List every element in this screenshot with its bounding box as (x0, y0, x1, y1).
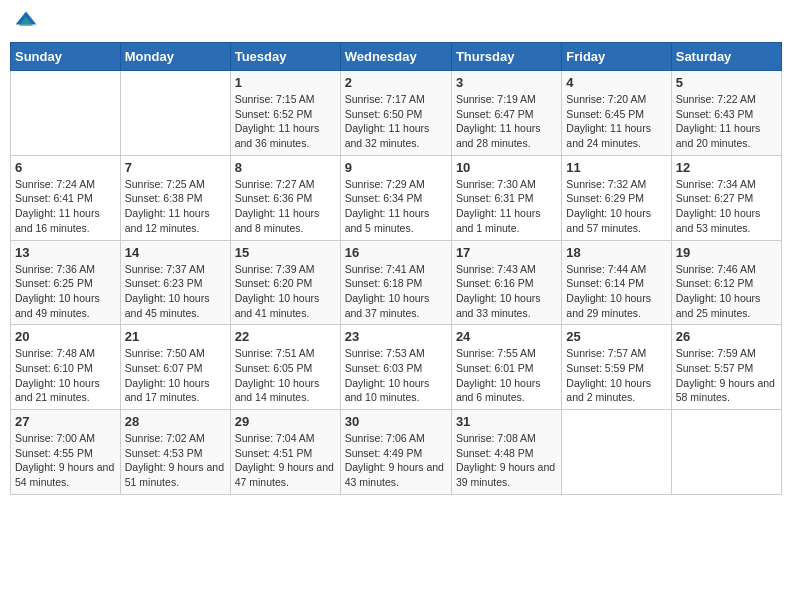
day-info: Sunrise: 7:34 AM Sunset: 6:27 PM Dayligh… (676, 177, 777, 236)
week-row-1: 1Sunrise: 7:15 AM Sunset: 6:52 PM Daylig… (11, 71, 782, 156)
day-number: 30 (345, 414, 447, 429)
day-number: 1 (235, 75, 336, 90)
day-info: Sunrise: 7:50 AM Sunset: 6:07 PM Dayligh… (125, 346, 226, 405)
week-row-2: 6Sunrise: 7:24 AM Sunset: 6:41 PM Daylig… (11, 155, 782, 240)
calendar-body: 1Sunrise: 7:15 AM Sunset: 6:52 PM Daylig… (11, 71, 782, 495)
day-cell: 25Sunrise: 7:57 AM Sunset: 5:59 PM Dayli… (562, 325, 671, 410)
day-number: 2 (345, 75, 447, 90)
day-info: Sunrise: 7:19 AM Sunset: 6:47 PM Dayligh… (456, 92, 557, 151)
header-day-saturday: Saturday (671, 43, 781, 71)
day-info: Sunrise: 7:57 AM Sunset: 5:59 PM Dayligh… (566, 346, 666, 405)
day-number: 3 (456, 75, 557, 90)
day-cell: 17Sunrise: 7:43 AM Sunset: 6:16 PM Dayli… (451, 240, 561, 325)
day-cell: 5Sunrise: 7:22 AM Sunset: 6:43 PM Daylig… (671, 71, 781, 156)
day-info: Sunrise: 7:36 AM Sunset: 6:25 PM Dayligh… (15, 262, 116, 321)
day-cell: 12Sunrise: 7:34 AM Sunset: 6:27 PM Dayli… (671, 155, 781, 240)
logo (14, 10, 40, 34)
day-number: 16 (345, 245, 447, 260)
day-info: Sunrise: 7:46 AM Sunset: 6:12 PM Dayligh… (676, 262, 777, 321)
day-number: 14 (125, 245, 226, 260)
day-info: Sunrise: 7:17 AM Sunset: 6:50 PM Dayligh… (345, 92, 447, 151)
day-cell: 6Sunrise: 7:24 AM Sunset: 6:41 PM Daylig… (11, 155, 121, 240)
day-number: 15 (235, 245, 336, 260)
calendar-header: SundayMondayTuesdayWednesdayThursdayFrid… (11, 43, 782, 71)
header-day-wednesday: Wednesday (340, 43, 451, 71)
header-day-monday: Monday (120, 43, 230, 71)
day-number: 27 (15, 414, 116, 429)
day-cell: 26Sunrise: 7:59 AM Sunset: 5:57 PM Dayli… (671, 325, 781, 410)
day-cell: 15Sunrise: 7:39 AM Sunset: 6:20 PM Dayli… (230, 240, 340, 325)
day-number: 25 (566, 329, 666, 344)
day-info: Sunrise: 7:29 AM Sunset: 6:34 PM Dayligh… (345, 177, 447, 236)
day-cell: 13Sunrise: 7:36 AM Sunset: 6:25 PM Dayli… (11, 240, 121, 325)
day-info: Sunrise: 7:37 AM Sunset: 6:23 PM Dayligh… (125, 262, 226, 321)
day-cell: 18Sunrise: 7:44 AM Sunset: 6:14 PM Dayli… (562, 240, 671, 325)
day-cell: 3Sunrise: 7:19 AM Sunset: 6:47 PM Daylig… (451, 71, 561, 156)
day-info: Sunrise: 7:06 AM Sunset: 4:49 PM Dayligh… (345, 431, 447, 490)
page-header (10, 10, 782, 34)
day-cell: 10Sunrise: 7:30 AM Sunset: 6:31 PM Dayli… (451, 155, 561, 240)
day-number: 26 (676, 329, 777, 344)
day-info: Sunrise: 7:24 AM Sunset: 6:41 PM Dayligh… (15, 177, 116, 236)
day-info: Sunrise: 7:04 AM Sunset: 4:51 PM Dayligh… (235, 431, 336, 490)
day-cell: 23Sunrise: 7:53 AM Sunset: 6:03 PM Dayli… (340, 325, 451, 410)
day-info: Sunrise: 7:53 AM Sunset: 6:03 PM Dayligh… (345, 346, 447, 405)
day-number: 24 (456, 329, 557, 344)
day-number: 10 (456, 160, 557, 175)
week-row-4: 20Sunrise: 7:48 AM Sunset: 6:10 PM Dayli… (11, 325, 782, 410)
day-info: Sunrise: 7:41 AM Sunset: 6:18 PM Dayligh… (345, 262, 447, 321)
day-cell: 21Sunrise: 7:50 AM Sunset: 6:07 PM Dayli… (120, 325, 230, 410)
day-number: 7 (125, 160, 226, 175)
day-cell: 28Sunrise: 7:02 AM Sunset: 4:53 PM Dayli… (120, 410, 230, 495)
day-cell: 16Sunrise: 7:41 AM Sunset: 6:18 PM Dayli… (340, 240, 451, 325)
day-cell: 22Sunrise: 7:51 AM Sunset: 6:05 PM Dayli… (230, 325, 340, 410)
day-number: 21 (125, 329, 226, 344)
logo-icon (14, 10, 38, 34)
day-number: 5 (676, 75, 777, 90)
day-number: 17 (456, 245, 557, 260)
header-day-sunday: Sunday (11, 43, 121, 71)
header-day-friday: Friday (562, 43, 671, 71)
day-cell (562, 410, 671, 495)
day-number: 28 (125, 414, 226, 429)
day-info: Sunrise: 7:32 AM Sunset: 6:29 PM Dayligh… (566, 177, 666, 236)
day-number: 20 (15, 329, 116, 344)
day-cell: 1Sunrise: 7:15 AM Sunset: 6:52 PM Daylig… (230, 71, 340, 156)
day-number: 23 (345, 329, 447, 344)
day-cell: 31Sunrise: 7:08 AM Sunset: 4:48 PM Dayli… (451, 410, 561, 495)
day-number: 18 (566, 245, 666, 260)
day-info: Sunrise: 7:27 AM Sunset: 6:36 PM Dayligh… (235, 177, 336, 236)
calendar-table: SundayMondayTuesdayWednesdayThursdayFrid… (10, 42, 782, 495)
day-number: 8 (235, 160, 336, 175)
day-cell: 8Sunrise: 7:27 AM Sunset: 6:36 PM Daylig… (230, 155, 340, 240)
day-number: 4 (566, 75, 666, 90)
day-info: Sunrise: 7:51 AM Sunset: 6:05 PM Dayligh… (235, 346, 336, 405)
day-cell: 14Sunrise: 7:37 AM Sunset: 6:23 PM Dayli… (120, 240, 230, 325)
day-number: 13 (15, 245, 116, 260)
day-cell: 29Sunrise: 7:04 AM Sunset: 4:51 PM Dayli… (230, 410, 340, 495)
header-day-tuesday: Tuesday (230, 43, 340, 71)
day-info: Sunrise: 7:08 AM Sunset: 4:48 PM Dayligh… (456, 431, 557, 490)
week-row-5: 27Sunrise: 7:00 AM Sunset: 4:55 PM Dayli… (11, 410, 782, 495)
day-info: Sunrise: 7:43 AM Sunset: 6:16 PM Dayligh… (456, 262, 557, 321)
day-cell: 20Sunrise: 7:48 AM Sunset: 6:10 PM Dayli… (11, 325, 121, 410)
day-number: 12 (676, 160, 777, 175)
day-number: 9 (345, 160, 447, 175)
day-info: Sunrise: 7:25 AM Sunset: 6:38 PM Dayligh… (125, 177, 226, 236)
day-info: Sunrise: 7:22 AM Sunset: 6:43 PM Dayligh… (676, 92, 777, 151)
day-number: 29 (235, 414, 336, 429)
day-info: Sunrise: 7:59 AM Sunset: 5:57 PM Dayligh… (676, 346, 777, 405)
day-info: Sunrise: 7:15 AM Sunset: 6:52 PM Dayligh… (235, 92, 336, 151)
day-cell: 2Sunrise: 7:17 AM Sunset: 6:50 PM Daylig… (340, 71, 451, 156)
day-cell: 19Sunrise: 7:46 AM Sunset: 6:12 PM Dayli… (671, 240, 781, 325)
day-cell (120, 71, 230, 156)
day-info: Sunrise: 7:00 AM Sunset: 4:55 PM Dayligh… (15, 431, 116, 490)
day-info: Sunrise: 7:30 AM Sunset: 6:31 PM Dayligh… (456, 177, 557, 236)
day-cell: 30Sunrise: 7:06 AM Sunset: 4:49 PM Dayli… (340, 410, 451, 495)
day-info: Sunrise: 7:02 AM Sunset: 4:53 PM Dayligh… (125, 431, 226, 490)
day-cell: 9Sunrise: 7:29 AM Sunset: 6:34 PM Daylig… (340, 155, 451, 240)
day-info: Sunrise: 7:44 AM Sunset: 6:14 PM Dayligh… (566, 262, 666, 321)
header-day-thursday: Thursday (451, 43, 561, 71)
day-cell (11, 71, 121, 156)
day-number: 31 (456, 414, 557, 429)
